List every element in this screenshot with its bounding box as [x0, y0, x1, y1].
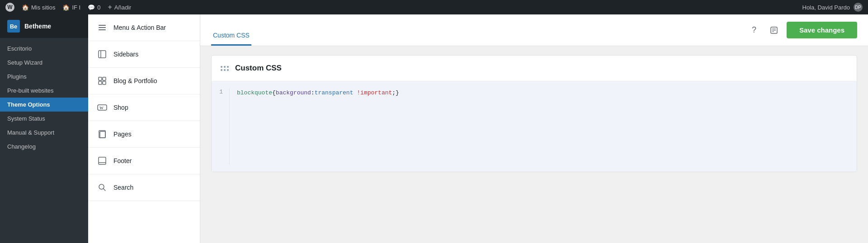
svg-rect-5 [103, 81, 106, 84]
sidebar-item-system-status[interactable]: System Status [0, 112, 88, 126]
sidebar-item-manual-support[interactable]: Manual & Support [0, 126, 88, 140]
grid-icon [97, 76, 107, 86]
sidebar-icon [97, 49, 107, 59]
svg-rect-10 [99, 157, 106, 164]
search-label: Search [113, 184, 133, 191]
sidebar-item-plugins[interactable]: Plugins [0, 70, 88, 84]
sidebar-item-pre-built[interactable]: Pre-built websites [0, 84, 88, 98]
content-tabs: Custom CSS [211, 14, 260, 46]
menu-action-bar-item[interactable]: Menu & Action Bar [88, 14, 200, 41]
shop-item[interactable]: W Shop [88, 94, 200, 121]
content-header: Custom CSS ? Save changes [200, 14, 868, 46]
svg-line-13 [104, 189, 106, 191]
betheme-label: Betheme [24, 23, 51, 30]
admin-bar: W 🏠 Mis sitios 🏠 IF I 💬 0 + Añadir Hola,… [0, 0, 868, 14]
sidebars-label: Sidebars [113, 51, 138, 58]
code-line-1: blockquote{background:transparent !impor… [237, 89, 849, 98]
hamburger-icon [97, 23, 107, 33]
add-label: Añadir [114, 4, 132, 11]
comment-icon: 💬 [88, 4, 95, 11]
wp-logo-button[interactable]: W [5, 3, 14, 12]
avatar: DP [854, 3, 863, 12]
svg-text:W: W [99, 106, 104, 110]
admin-bar-right: Hola, David Pardo DP [802, 3, 863, 12]
middle-panel: Menu & Action Bar Sidebars Blog & Po [88, 14, 200, 243]
line-numbers: 1 [212, 89, 230, 164]
comments-count: 0 [97, 4, 100, 11]
svg-rect-4 [99, 81, 102, 84]
pages-item[interactable]: Pages [88, 121, 200, 148]
if-i-label: IF I [72, 4, 80, 11]
code-content[interactable]: blockquote{background:transparent !impor… [230, 89, 857, 164]
save-changes-button[interactable]: Save changes [787, 22, 857, 38]
notes-button[interactable] [767, 23, 781, 37]
add-button[interactable]: + Añadir [108, 3, 131, 11]
help-button[interactable]: ? [747, 23, 761, 37]
sidebar-item-escritorio[interactable]: Escritorio [0, 42, 88, 56]
mis-sitios-button[interactable]: 🏠 Mis sitios [22, 4, 55, 11]
house-icon: 🏠 [22, 4, 29, 11]
question-icon: ? [752, 25, 756, 35]
content-body: Custom CSS 1 blockquote{background:trans… [200, 46, 868, 243]
left-sidebar: Be Betheme Escritorio Setup Wizard Plugi… [0, 14, 88, 243]
css-editor[interactable]: 1 blockquote{background:transparent !imp… [212, 81, 857, 172]
blog-portfolio-label: Blog & Portfolio [113, 77, 157, 84]
pages-icon [97, 129, 107, 139]
search-item[interactable]: Search [88, 174, 200, 201]
wp-logo-icon: W [5, 3, 14, 12]
custom-css-section: Custom CSS 1 blockquote{background:trans… [211, 55, 857, 172]
blog-portfolio-item[interactable]: Blog & Portfolio [88, 68, 200, 94]
if-i-button[interactable]: 🏠 IF I [62, 4, 80, 11]
svg-rect-9 [100, 131, 105, 138]
house2-icon: 🏠 [62, 4, 70, 11]
sidebar-item-changelog[interactable]: Changelog [0, 140, 88, 154]
svg-rect-0 [99, 51, 106, 58]
search-icon [97, 182, 107, 192]
svg-rect-3 [103, 77, 106, 80]
woo-icon: W [97, 103, 107, 112]
sidebar-nav: Escritorio Setup Wizard Plugins Pre-buil… [0, 38, 88, 243]
betheme-icon: Be [7, 20, 20, 33]
mis-sitios-label: Mis sitios [31, 4, 55, 11]
sidebar-item-setup-wizard[interactable]: Setup Wizard [0, 56, 88, 70]
svg-rect-2 [99, 77, 102, 80]
shop-label: Shop [113, 104, 128, 111]
section-header: Custom CSS [212, 56, 857, 81]
sidebar-item-theme-options[interactable]: Theme Options [0, 98, 88, 112]
greeting-text: Hola, David Pardo [802, 4, 850, 11]
header-actions: ? Save changes [747, 22, 857, 38]
footer-item[interactable]: Footer [88, 148, 200, 174]
main-layout: Be Betheme Escritorio Setup Wizard Plugi… [0, 14, 868, 243]
tab-custom-css[interactable]: Custom CSS [211, 14, 251, 46]
menu-action-bar-label: Menu & Action Bar [113, 24, 166, 31]
admin-bar-left: W 🏠 Mis sitios 🏠 IF I 💬 0 + Añadir [5, 3, 131, 12]
footer-icon [97, 156, 107, 166]
content-area: Custom CSS ? Save changes [200, 14, 868, 243]
plus-icon: + [108, 3, 112, 11]
pages-label: Pages [113, 131, 132, 138]
footer-label: Footer [113, 157, 132, 164]
notes-icon [770, 26, 778, 34]
drag-handle[interactable] [221, 66, 229, 71]
section-title: Custom CSS [235, 64, 282, 73]
betheme-brand[interactable]: Be Betheme [0, 14, 88, 38]
sidebars-item[interactable]: Sidebars [88, 41, 200, 68]
comments-button[interactable]: 💬 0 [88, 4, 100, 11]
